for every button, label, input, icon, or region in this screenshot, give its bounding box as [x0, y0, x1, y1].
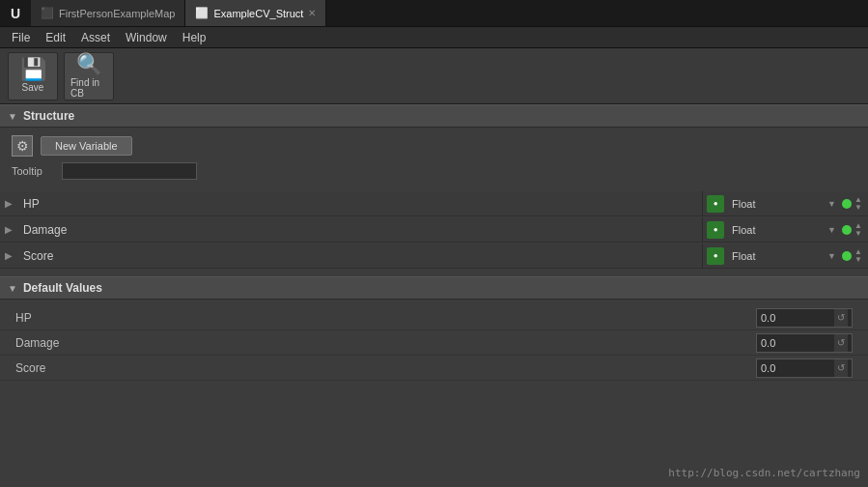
tab-close-icon[interactable]: ✕	[308, 8, 316, 18]
default-collapse-icon: ▼	[8, 283, 17, 294]
default-values-label: Default Values	[23, 281, 102, 295]
type-select-hp[interactable]: Float Boolean Integer String Vector Tran…	[728, 193, 825, 215]
watermark: http://blog.csdn.net/cartzhang	[668, 467, 860, 479]
default-label-score: Score	[15, 361, 756, 375]
variable-row-hp: ▶ HP ● Float Boolean Integer String Vect…	[0, 191, 868, 216]
tab-examplecv[interactable]: ⬜ ExampleCV_Struct ✕	[185, 0, 326, 26]
var-down-score[interactable]: ▼	[854, 256, 868, 264]
var-order-arrows-score: ▲ ▼	[854, 248, 868, 264]
structure-inner: ⚙ New Variable Tooltip	[0, 128, 868, 191]
tab-firstperson-label: FirstPersonExampleMap	[59, 8, 175, 19]
menu-edit[interactable]: Edit	[38, 29, 73, 46]
default-label-damage: Damage	[15, 336, 756, 350]
default-row-score: Score ↺	[0, 356, 868, 381]
tooltip-label: Tooltip	[12, 165, 54, 177]
var-pin-score	[842, 251, 852, 261]
type-dropdown-arrow-damage: ▼	[825, 225, 839, 235]
menu-help[interactable]: Help	[175, 29, 214, 46]
type-icon-damage: ●	[707, 221, 724, 239]
app-logo: U	[0, 0, 31, 26]
var-pin-damage	[842, 225, 852, 235]
default-input-hp[interactable]	[757, 312, 834, 324]
tab-examplecv-icon: ⬜	[195, 7, 209, 19]
structure-section-header[interactable]: ▼ Structure	[0, 104, 868, 128]
default-input-wrap-hp: ↺	[756, 308, 853, 328]
var-name-hp[interactable]: HP	[17, 191, 703, 215]
var-name-damage[interactable]: Damage	[17, 217, 703, 242]
default-reset-hp[interactable]: ↺	[834, 309, 848, 327]
find-icon: 🔍	[76, 54, 102, 75]
default-values-inner: HP ↺ Damage ↺ Score ↺	[0, 300, 868, 387]
var-down-hp[interactable]: ▼	[854, 204, 868, 212]
structure-section-label: Structure	[23, 109, 74, 123]
save-icon: 💾	[20, 59, 46, 80]
struct-settings-icon[interactable]: ⚙	[12, 135, 33, 157]
structure-collapse-icon: ▼	[8, 111, 17, 122]
tooltip-row: Tooltip	[12, 162, 856, 180]
default-reset-damage[interactable]: ↺	[834, 334, 848, 352]
default-values-section: ▼ Default Values HP ↺ Damage ↺ Score ↺	[0, 276, 868, 387]
default-row-damage: Damage ↺	[0, 330, 868, 356]
save-label: Save	[22, 82, 44, 93]
menu-window[interactable]: Window	[118, 29, 175, 46]
menu-asset[interactable]: Asset	[73, 29, 118, 46]
type-select-score[interactable]: Float Boolean Integer String Vector Tran…	[728, 245, 825, 267]
var-order-arrows-damage: ▲ ▼	[854, 222, 868, 238]
tab-firstperson-icon: ⬛	[41, 7, 54, 19]
default-input-wrap-damage: ↺	[756, 333, 853, 353]
var-down-damage[interactable]: ▼	[854, 230, 868, 238]
type-icon-hp: ●	[707, 195, 724, 213]
toolbar: 💾 Save 🔍 Find in CB	[0, 48, 868, 104]
tab-examplecv-label: ExampleCV_Struct	[213, 8, 303, 19]
type-dropdown-arrow-hp: ▼	[825, 199, 839, 209]
var-name-score[interactable]: Score	[17, 244, 703, 268]
menu-file[interactable]: File	[4, 29, 38, 46]
var-type-area-score: ● Float Boolean Integer String Vector Tr…	[703, 244, 868, 268]
var-type-area-damage: ● Float Boolean Integer String Vector Tr…	[703, 217, 868, 242]
default-input-wrap-score: ↺	[756, 358, 853, 378]
menu-bar: File Edit Asset Window Help	[0, 27, 868, 48]
tab-firstperson[interactable]: ⬛ FirstPersonExampleMap	[31, 0, 185, 26]
type-icon-score: ●	[707, 247, 724, 265]
var-expand-score[interactable]: ▶	[0, 250, 17, 261]
title-bar: U ⬛ FirstPersonExampleMap ⬜ ExampleCV_St…	[0, 0, 868, 27]
save-button[interactable]: 💾 Save	[8, 52, 58, 100]
new-variable-button[interactable]: New Variable	[41, 136, 132, 156]
tooltip-input[interactable]	[62, 162, 197, 180]
default-reset-score[interactable]: ↺	[834, 359, 848, 377]
variable-row-score: ▶ Score ● Float Boolean Integer String V…	[0, 244, 868, 269]
var-pin-hp	[842, 199, 852, 209]
default-input-damage[interactable]	[757, 337, 834, 349]
var-expand-damage[interactable]: ▶	[0, 224, 17, 235]
variable-row-damage: ▶ Damage ● Float Boolean Integer String …	[0, 217, 868, 243]
struct-toolbar-row: ⚙ New Variable	[12, 135, 856, 157]
default-input-score[interactable]	[757, 362, 834, 374]
default-label-hp: HP	[15, 311, 756, 325]
default-row-hp: HP ↺	[0, 305, 868, 330]
var-expand-hp[interactable]: ▶	[0, 198, 17, 209]
type-select-damage[interactable]: Float Boolean Integer String Vector Tran…	[728, 219, 825, 241]
var-type-area-hp: ● Float Boolean Integer String Vector Tr…	[703, 191, 868, 215]
find-in-cb-button[interactable]: 🔍 Find in CB	[64, 52, 114, 100]
default-values-section-header[interactable]: ▼ Default Values	[0, 276, 868, 300]
type-dropdown-arrow-score: ▼	[825, 251, 839, 261]
find-label: Find in CB	[70, 77, 107, 99]
var-order-arrows-hp: ▲ ▼	[854, 196, 868, 212]
variables-list: ▶ HP ● Float Boolean Integer String Vect…	[0, 191, 868, 269]
